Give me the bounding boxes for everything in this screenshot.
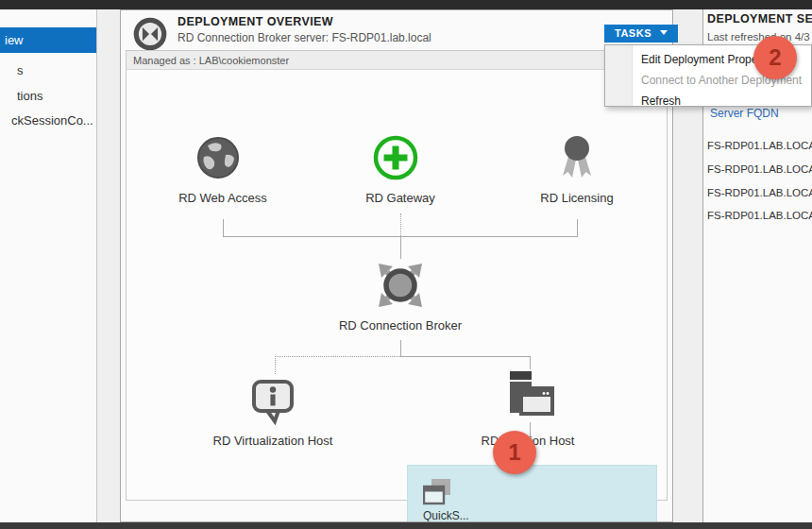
step-badge-1: 1	[493, 431, 536, 474]
nav-item-overview[interactable]: iew	[0, 27, 97, 53]
server-row[interactable]: FS-RDP01.LAB.LOCAL	[707, 210, 812, 221]
nav-item-label: ckSessionCo...	[11, 110, 93, 132]
deployment-diagram-box: Managed as : LAB\cookiemonster RD Web Ac…	[126, 50, 668, 501]
tasks-button-label: TASKS	[615, 27, 651, 39]
server-row[interactable]: FS-RDP01.LAB.LOCAL	[707, 163, 812, 175]
connector-line	[400, 356, 530, 357]
connector-line-dotted	[275, 356, 400, 357]
rd-web-access-icon[interactable]	[195, 134, 242, 181]
session-collection-highlight[interactable]: QuickS...	[407, 465, 657, 522]
connector-line-dotted	[275, 356, 276, 374]
panel-title: DEPLOYMENT OVERVIEW	[178, 15, 333, 28]
menu-icon-gutter	[605, 45, 633, 106]
window-bottom-chrome	[0, 522, 812, 529]
nav-item-collections[interactable]: tions	[0, 85, 97, 108]
broker-server-subtitle: RD Connection Broker server: FS-RDP01.la…	[178, 31, 431, 44]
nav-item-label: iew	[5, 27, 24, 53]
menu-item-refresh[interactable]: Refresh	[641, 94, 681, 110]
connector-line	[400, 236, 401, 259]
connector-line-dotted	[400, 213, 401, 236]
server-manager-window: iew s tions ckSessionCo... DEPLOYMENT OV…	[0, 0, 812, 529]
connector-line	[223, 219, 224, 236]
nav-item-servers[interactable]: s	[0, 60, 97, 82]
node-label-licensing: RD Licensing	[501, 191, 652, 205]
servers-panel-title: DEPLOYMENT SERVERS	[707, 12, 812, 26]
server-row[interactable]: FS-RDP01.LAB.LOCAL	[707, 187, 812, 198]
chevron-down-icon	[660, 30, 668, 35]
node-label-virtualization-host: RD Virtualization Host	[197, 434, 348, 448]
node-label-web-access: RD Web Access	[147, 191, 298, 205]
nav-item-label: tions	[17, 85, 42, 108]
left-nav-pane: iew s tions ckSessionCo...	[0, 9, 97, 522]
tasks-dropdown-button[interactable]: TASKS	[604, 25, 678, 43]
rd-gateway-icon[interactable]	[372, 134, 419, 181]
connector-line	[400, 340, 401, 356]
rd-connection-broker-icon[interactable]	[375, 260, 426, 311]
session-collection-icon	[423, 479, 451, 506]
rds-deployment-icon	[132, 16, 168, 52]
step-badge-2: 2	[753, 36, 797, 79]
server-row[interactable]: FS-RDP01.LAB.LOCAL	[707, 140, 812, 151]
node-label-broker: RD Connection Broker	[325, 318, 476, 333]
rd-licensing-icon[interactable]	[553, 134, 601, 181]
rd-virtualization-host-icon[interactable]	[248, 377, 297, 426]
window-top-chrome	[0, 0, 812, 9]
nav-item-label: s	[17, 60, 24, 82]
node-label-gateway: RD Gateway	[325, 191, 476, 205]
nav-item-quicksessioncollection[interactable]: ckSessionCo...	[0, 110, 97, 132]
managed-as-bar: Managed as : LAB\cookiemonster	[127, 51, 667, 70]
deployment-overview-panel: DEPLOYMENT OVERVIEW RD Connection Broker…	[120, 9, 673, 522]
last-refreshed-text: Last refreshed on 4/3	[707, 31, 810, 43]
connector-line	[577, 219, 578, 236]
collection-name: QuickS...	[423, 509, 469, 522]
server-fqdn-column-header[interactable]: Server FQDN	[710, 107, 779, 120]
rd-session-host-icon[interactable]	[502, 367, 555, 422]
